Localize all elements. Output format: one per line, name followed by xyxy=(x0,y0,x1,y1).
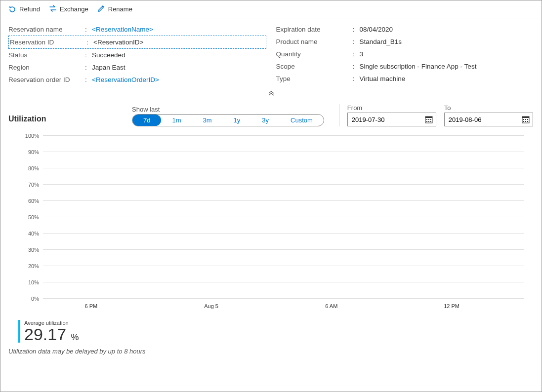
range-option-3m[interactable]: 3m xyxy=(192,115,223,126)
details-row: Status:Succeeded xyxy=(8,49,266,61)
chart-gridline: 0% xyxy=(43,298,524,299)
details-value: Japan East xyxy=(92,64,125,71)
range-option-1y[interactable]: 1y xyxy=(223,115,251,126)
details-value: 08/04/2020 xyxy=(360,26,393,33)
details-label: Product name xyxy=(276,38,353,45)
details-value: Single subscription - Finance App - Test xyxy=(360,63,477,70)
chart-y-tick: 0% xyxy=(31,296,43,302)
details-value: 3 xyxy=(360,50,364,58)
chart-y-tick: 40% xyxy=(28,231,43,236)
chart-y-tick: 20% xyxy=(28,263,43,269)
svg-rect-13 xyxy=(523,121,524,122)
svg-rect-11 xyxy=(525,119,526,120)
average-utilization: Average utilization 29.17 % xyxy=(18,320,79,343)
from-date-col: From xyxy=(347,104,436,126)
chart-gridline: 100% xyxy=(43,135,524,136)
details-value: Virtual machine xyxy=(360,75,406,82)
utilization-title: Utilization xyxy=(8,115,122,126)
utilization-header: Utilization Show last 7d1m3m1y3yCustom F… xyxy=(8,104,534,126)
date-range-group: From To xyxy=(339,104,533,126)
svg-rect-4 xyxy=(430,119,431,120)
from-date-input[interactable] xyxy=(352,116,416,123)
svg-rect-6 xyxy=(428,121,429,122)
exchange-icon xyxy=(49,4,57,14)
svg-rect-1 xyxy=(425,117,432,118)
collapse-toggle[interactable] xyxy=(0,90,542,99)
to-label: To xyxy=(444,104,533,113)
chart-gridline: 30% xyxy=(43,249,524,250)
chart-y-tick: 50% xyxy=(28,214,43,220)
chart-gridline: 70% xyxy=(43,184,524,185)
details-row: Product name:Standard_B1s xyxy=(276,36,534,48)
to-date-col: To xyxy=(444,104,533,126)
chart-gridline: 80% xyxy=(43,168,524,168)
range-option-7d[interactable]: 7d xyxy=(132,115,161,126)
average-value: 29.17 % xyxy=(24,326,79,343)
undo-icon xyxy=(8,4,16,14)
details-row: Scope:Single subscription - Finance App … xyxy=(276,60,534,73)
details-label: Region xyxy=(8,64,85,71)
chart-gridline: 50% xyxy=(43,217,524,217)
details-panel: Reservation name:<ReservationName>Reserv… xyxy=(0,18,542,90)
details-left-column: Reservation name:<ReservationName>Reserv… xyxy=(8,23,266,86)
svg-rect-3 xyxy=(428,119,429,120)
details-row: Reservation ID:<ReservationID> xyxy=(8,36,266,49)
from-label: From xyxy=(347,104,436,113)
exchange-label: Exchange xyxy=(60,5,88,13)
utilization-chart: 0%10%20%30%40%50%60%70%80%90%100%6 PMAug… xyxy=(8,135,534,313)
chart-y-tick: 80% xyxy=(28,165,43,171)
exchange-button[interactable]: Exchange xyxy=(49,4,88,14)
details-right-column: Expiration date:08/04/2020Product name:S… xyxy=(276,23,534,86)
calendar-icon[interactable] xyxy=(424,115,434,124)
details-value[interactable]: <ReservationName> xyxy=(92,26,153,33)
details-row: Reservation name:<ReservationName> xyxy=(8,23,266,36)
from-date-input-wrap[interactable] xyxy=(347,113,436,126)
details-label: Reservation ID xyxy=(10,39,86,46)
chart-y-tick: 90% xyxy=(28,149,43,155)
range-option-custom[interactable]: Custom xyxy=(280,115,324,126)
details-row: Quantity:3 xyxy=(276,48,534,60)
svg-rect-10 xyxy=(523,119,524,120)
details-label: Scope xyxy=(276,63,353,70)
details-value: <ReservationID> xyxy=(93,39,143,46)
show-last-label: Show last xyxy=(132,106,324,114)
details-value: Succeeded xyxy=(92,51,125,59)
time-range-selector: 7d1m3m1y3yCustom xyxy=(132,114,324,126)
chart-y-tick: 100% xyxy=(25,133,43,139)
utilization-footer-note: Utilization data may be delayed by up to… xyxy=(8,348,534,358)
chart-x-tick: 6 AM xyxy=(325,303,337,309)
details-value: Standard_B1s xyxy=(360,38,402,45)
chart-y-tick: 30% xyxy=(28,247,43,253)
chart-gridline: 40% xyxy=(43,233,524,234)
details-label: Reservation order ID xyxy=(8,76,85,83)
utilization-section: Utilization Show last 7d1m3m1y3yCustom F… xyxy=(0,99,542,363)
chart-x-tick: 6 PM xyxy=(84,303,97,309)
to-date-input-wrap[interactable] xyxy=(444,113,533,126)
details-label: Expiration date xyxy=(276,26,353,33)
svg-rect-9 xyxy=(522,117,529,118)
edit-icon xyxy=(97,4,105,14)
details-row: Region:Japan East xyxy=(8,61,266,74)
refund-button[interactable]: Refund xyxy=(8,4,40,14)
chart-gridline: 60% xyxy=(43,200,524,201)
svg-rect-12 xyxy=(527,119,528,120)
range-option-3y[interactable]: 3y xyxy=(251,115,280,126)
rename-label: Rename xyxy=(108,5,132,13)
details-label: Type xyxy=(276,75,353,82)
range-option-1m[interactable]: 1m xyxy=(161,115,192,126)
rename-button[interactable]: Rename xyxy=(97,4,132,14)
details-row: Reservation order ID:<ReservationOrderID… xyxy=(8,74,266,86)
svg-rect-14 xyxy=(525,121,526,122)
svg-rect-5 xyxy=(426,121,427,122)
calendar-icon[interactable] xyxy=(521,115,531,124)
chart-y-tick: 10% xyxy=(28,279,43,285)
svg-rect-15 xyxy=(527,121,528,122)
to-date-input[interactable] xyxy=(449,116,513,123)
details-label: Quantity xyxy=(276,50,353,58)
chart-gridline: 10% xyxy=(43,282,524,282)
chart-x-tick: 12 PM xyxy=(444,303,459,309)
details-label: Status xyxy=(8,51,85,59)
details-value[interactable]: <ReservationOrderID> xyxy=(92,76,159,83)
chart-y-tick: 60% xyxy=(28,198,43,204)
toolbar: Refund Exchange Rename xyxy=(0,0,542,18)
